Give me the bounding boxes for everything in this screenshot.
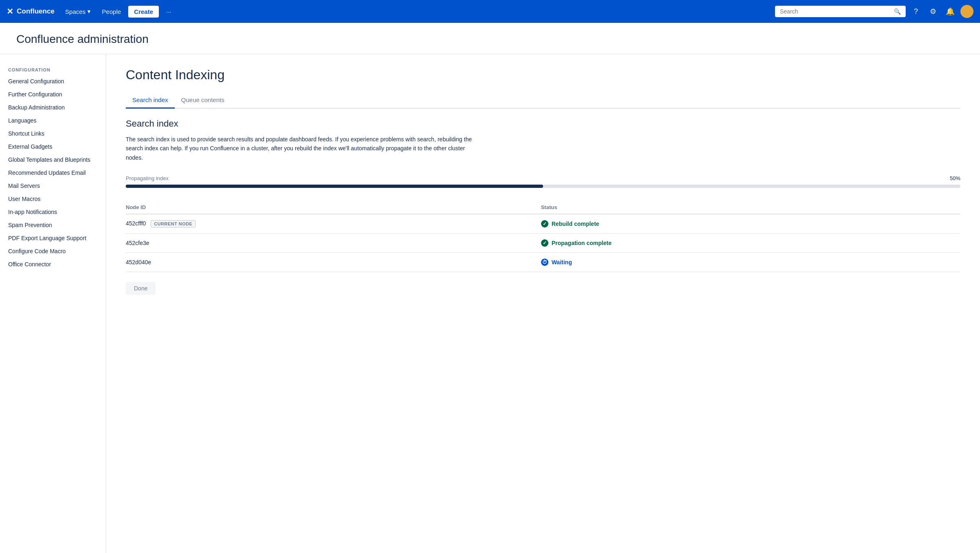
page-title: Confluence administration (16, 33, 964, 46)
help-icon: ? (914, 7, 918, 16)
people-button[interactable]: People (98, 6, 125, 18)
sidebar-item-configure-code-macro[interactable]: Configure Code Macro (0, 245, 106, 258)
confluence-logo-icon: ✕ (7, 7, 13, 16)
sidebar-item-inapp-notifications[interactable]: In-app Notifications (0, 205, 106, 219)
create-label: Create (134, 8, 153, 15)
tab-queue-contents[interactable]: Queue contents (175, 92, 231, 109)
avatar[interactable] (960, 5, 973, 18)
sidebar-item-user-macros[interactable]: User Macros (0, 192, 106, 205)
node-id-cell: 452cfe3e (126, 234, 541, 253)
top-navigation: ✕ Confluence Spaces ▾ People Create ··· … (0, 0, 980, 23)
progress-label: Propagating index (126, 175, 169, 181)
people-label: People (102, 8, 121, 15)
more-menu-button[interactable]: ··· (162, 6, 176, 18)
check-icon: ✓ (541, 239, 548, 247)
status-complete: ✓ Rebuild complete (541, 220, 956, 227)
sidebar-item-languages[interactable]: Languages (0, 114, 106, 127)
status-label: Rebuild complete (552, 221, 599, 227)
node-id-cell: 452cfff0 CURRENT NODE (126, 214, 541, 234)
col-header-node-id: Node ID (126, 201, 541, 214)
sidebar-item-spam-prevention[interactable]: Spam Prevention (0, 219, 106, 232)
status-cell: ⏱ Waiting (541, 253, 960, 272)
bell-icon: 🔔 (946, 7, 955, 16)
check-icon: ✓ (541, 220, 548, 227)
search-bar[interactable]: 🔍 (775, 6, 906, 17)
section-description: The search index is used to provide sear… (126, 135, 477, 162)
more-icon: ··· (166, 8, 172, 15)
sidebar-item-recommended-updates[interactable]: Recommended Updates Email (0, 166, 106, 179)
progress-bar-fill (126, 185, 543, 188)
status-propagation: ✓ Propagation complete (541, 239, 956, 247)
sidebar-item-backup-administration[interactable]: Backup Administration (0, 101, 106, 114)
page-header: Confluence administration (0, 23, 980, 54)
col-header-status: Status (541, 201, 960, 214)
table-row: 452cfff0 CURRENT NODE ✓ Rebuild complete (126, 214, 960, 234)
section-title: Search index (126, 118, 960, 129)
sidebar-item-external-gadgets[interactable]: External Gadgets (0, 140, 106, 153)
tab-bar: Search index Queue contents (126, 92, 960, 109)
table-row: 452cfe3e ✓ Propagation complete (126, 234, 960, 253)
done-button[interactable]: Done (126, 282, 156, 295)
status-label: Propagation complete (552, 240, 612, 246)
sidebar-item-mail-servers[interactable]: Mail Servers (0, 179, 106, 192)
node-id-value: 452d040e (126, 259, 151, 265)
status-cell: ✓ Propagation complete (541, 234, 960, 253)
spaces-menu-button[interactable]: Spaces ▾ (61, 5, 95, 18)
logo-text: Confluence (17, 7, 55, 16)
create-button[interactable]: Create (128, 6, 159, 18)
chevron-down-icon: ▾ (87, 8, 91, 15)
notifications-button[interactable]: 🔔 (943, 4, 957, 18)
status-label: Waiting (552, 259, 572, 265)
logo-area: ✕ Confluence (7, 7, 55, 16)
admin-layout: CONFIGURATION General Configuration Furt… (0, 54, 980, 553)
spaces-label: Spaces (65, 8, 86, 15)
content-title: Content Indexing (126, 67, 960, 83)
sidebar-item-shortcut-links[interactable]: Shortcut Links (0, 127, 106, 140)
sidebar: CONFIGURATION General Configuration Furt… (0, 54, 106, 553)
tab-search-index[interactable]: Search index (126, 92, 175, 109)
status-cell: ✓ Rebuild complete (541, 214, 960, 234)
sidebar-section-label: CONFIGURATION (0, 64, 106, 75)
search-icon: 🔍 (894, 8, 901, 15)
clock-icon: ⏱ (541, 259, 548, 266)
progress-bar-background (126, 185, 960, 188)
sidebar-item-pdf-export[interactable]: PDF Export Language Support (0, 232, 106, 245)
sidebar-item-further-configuration[interactable]: Further Configuration (0, 88, 106, 101)
main-content: Content Indexing Search index Queue cont… (106, 54, 980, 553)
sidebar-item-office-connector[interactable]: Office Connector (0, 258, 106, 271)
node-id-value: 452cfe3e (126, 240, 149, 246)
node-id-value: 452cfff0 (126, 220, 146, 227)
progress-section: Propagating index 50% (126, 175, 960, 188)
settings-button[interactable]: ⚙ (926, 4, 940, 18)
progress-percent: 50% (950, 175, 960, 181)
gear-icon: ⚙ (930, 7, 936, 16)
node-table: Node ID Status 452cfff0 CURRENT NODE ✓ R… (126, 201, 960, 272)
table-row: 452d040e ⏱ Waiting (126, 253, 960, 272)
node-id-cell: 452d040e (126, 253, 541, 272)
status-waiting: ⏱ Waiting (541, 259, 956, 266)
search-input[interactable] (780, 8, 891, 15)
sidebar-item-global-templates[interactable]: Global Templates and Blueprints (0, 153, 106, 166)
sidebar-item-general-configuration[interactable]: General Configuration (0, 75, 106, 88)
help-button[interactable]: ? (909, 4, 923, 18)
current-node-badge: CURRENT NODE (151, 220, 196, 227)
